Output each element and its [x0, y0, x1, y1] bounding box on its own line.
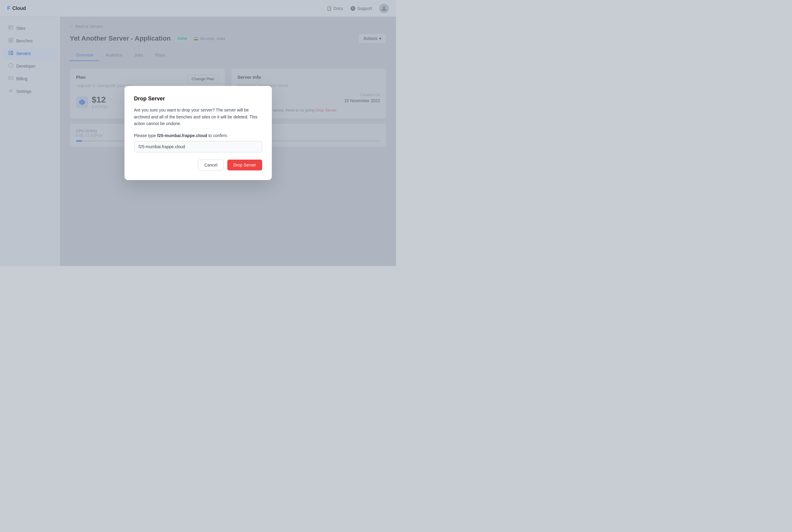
modal-actions: Cancel Drop Server	[134, 159, 262, 170]
cancel-button[interactable]: Cancel	[198, 159, 224, 170]
modal-title: Drop Server	[134, 96, 262, 102]
modal-confirm-input[interactable]	[134, 141, 262, 152]
modal-confirm-value: f25-mumbai.frappe.cloud	[157, 133, 207, 138]
drop-server-modal: Drop Server Are you sure you want to dro…	[125, 86, 272, 180]
drop-server-button[interactable]: Drop Server	[227, 159, 262, 170]
modal-confirm-text: Please type f25-mumbai.frappe.cloud to c…	[134, 133, 262, 138]
modal-overlay: Drop Server Are you sure you want to dro…	[0, 0, 396, 266]
modal-description: Are you sure you want to drop your serve…	[134, 107, 262, 127]
